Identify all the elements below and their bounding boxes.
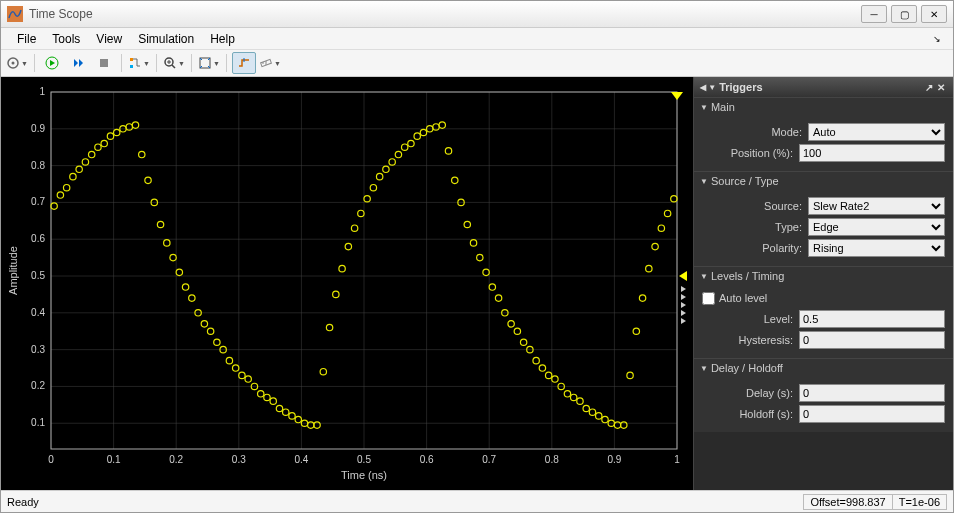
menubar: File Tools View Simulation Help ↘ bbox=[1, 28, 953, 50]
svg-text:0.9: 0.9 bbox=[607, 454, 621, 465]
svg-text:1: 1 bbox=[674, 454, 680, 465]
svg-text:0: 0 bbox=[48, 454, 54, 465]
svg-text:0.7: 0.7 bbox=[31, 197, 45, 208]
status-time: T=1e-06 bbox=[892, 494, 947, 510]
svg-text:0.2: 0.2 bbox=[31, 381, 45, 392]
stop-button[interactable] bbox=[92, 52, 116, 74]
svg-text:1: 1 bbox=[39, 86, 45, 97]
menu-simulation[interactable]: Simulation bbox=[130, 30, 202, 48]
time-scope-chart: 00.10.20.30.40.50.60.70.80.910.10.20.30.… bbox=[5, 83, 687, 484]
status-offset: Offset=998.837 bbox=[803, 494, 892, 510]
svg-text:0.2: 0.2 bbox=[169, 454, 183, 465]
measure-button[interactable]: ▼ bbox=[258, 52, 282, 74]
svg-text:0.5: 0.5 bbox=[31, 270, 45, 281]
window-title: Time Scope bbox=[29, 7, 861, 21]
hysteresis-input[interactable] bbox=[799, 331, 945, 349]
menu-help[interactable]: Help bbox=[202, 30, 243, 48]
triggers-panel: ◀ ▼ Triggers ↗ ✕ ▼Main Mode: Auto Positi… bbox=[693, 77, 953, 490]
svg-line-8 bbox=[172, 65, 175, 68]
section-levels-label: Levels / Timing bbox=[711, 270, 784, 282]
svg-text:0.6: 0.6 bbox=[31, 234, 45, 245]
section-levels-header[interactable]: ▼Levels / Timing bbox=[694, 267, 953, 285]
svg-rect-4 bbox=[100, 59, 108, 67]
autoscale-button[interactable]: ▼ bbox=[197, 52, 221, 74]
app-icon bbox=[7, 6, 23, 22]
settings-button[interactable]: ▼ bbox=[5, 52, 29, 74]
plot-area[interactable]: 00.10.20.30.40.50.60.70.80.910.10.20.30.… bbox=[1, 77, 693, 490]
level-label: Level: bbox=[702, 313, 799, 325]
position-input[interactable] bbox=[799, 144, 945, 162]
svg-text:0.7: 0.7 bbox=[482, 454, 496, 465]
svg-text:Amplitude: Amplitude bbox=[7, 246, 19, 295]
zoom-button[interactable]: ▼ bbox=[162, 52, 186, 74]
section-delay-label: Delay / Holdoff bbox=[711, 362, 783, 374]
svg-text:0.8: 0.8 bbox=[31, 160, 45, 171]
svg-text:Time (ns): Time (ns) bbox=[341, 469, 387, 481]
svg-text:0.6: 0.6 bbox=[420, 454, 434, 465]
holdoff-label: Holdoff (s): bbox=[702, 408, 799, 420]
section-delay-header[interactable]: ▼Delay / Holdoff bbox=[694, 359, 953, 377]
titlebar: Time Scope ─ ▢ ✕ bbox=[1, 1, 953, 28]
svg-text:0.3: 0.3 bbox=[232, 454, 246, 465]
menu-more-icon[interactable]: ↘ bbox=[929, 32, 945, 46]
svg-text:0.1: 0.1 bbox=[31, 418, 45, 429]
holdoff-input[interactable] bbox=[799, 405, 945, 423]
auto-level-checkbox[interactable] bbox=[702, 292, 715, 305]
level-input[interactable] bbox=[799, 310, 945, 328]
mode-select[interactable]: Auto bbox=[808, 123, 945, 141]
delay-label: Delay (s): bbox=[702, 387, 799, 399]
section-main-header[interactable]: ▼Main bbox=[694, 98, 953, 116]
menu-view[interactable]: View bbox=[88, 30, 130, 48]
menu-file[interactable]: File bbox=[9, 30, 44, 48]
type-label: Type: bbox=[702, 221, 808, 233]
polarity-select[interactable]: Rising bbox=[808, 239, 945, 257]
section-main-label: Main bbox=[711, 101, 735, 113]
section-source-label: Source / Type bbox=[711, 175, 779, 187]
statusbar: Ready Offset=998.837 T=1e-06 bbox=[1, 490, 953, 512]
panel-maximize-icon[interactable]: ↗ bbox=[923, 82, 935, 93]
svg-text:0.3: 0.3 bbox=[31, 344, 45, 355]
section-source-header[interactable]: ▼Source / Type bbox=[694, 172, 953, 190]
close-button[interactable]: ✕ bbox=[921, 5, 947, 23]
svg-text:0.8: 0.8 bbox=[545, 454, 559, 465]
panel-close-icon[interactable]: ✕ bbox=[935, 82, 947, 93]
delay-input[interactable] bbox=[799, 384, 945, 402]
mode-label: Mode: bbox=[702, 126, 808, 138]
svg-rect-6 bbox=[130, 65, 133, 68]
triggers-title: Triggers bbox=[719, 81, 762, 93]
svg-point-2 bbox=[12, 62, 15, 65]
svg-text:0.1: 0.1 bbox=[107, 454, 121, 465]
svg-text:0.5: 0.5 bbox=[357, 454, 371, 465]
run-button[interactable] bbox=[40, 52, 64, 74]
auto-level-label: Auto level bbox=[719, 292, 767, 304]
signal-button[interactable]: ▼ bbox=[127, 52, 151, 74]
toolbar: ▼ ▼ ▼ ▼ ▼ bbox=[1, 50, 953, 77]
polarity-label: Polarity: bbox=[702, 242, 808, 254]
svg-text:0.9: 0.9 bbox=[31, 123, 45, 134]
status-ready: Ready bbox=[7, 496, 39, 508]
source-select[interactable]: Slew Rate2 bbox=[808, 197, 945, 215]
step-forward-button[interactable] bbox=[66, 52, 90, 74]
hysteresis-label: Hysteresis: bbox=[702, 334, 799, 346]
minimize-button[interactable]: ─ bbox=[861, 5, 887, 23]
position-label: Position (%): bbox=[702, 147, 799, 159]
triggers-panel-header: ◀ ▼ Triggers ↗ ✕ bbox=[694, 77, 953, 97]
maximize-button[interactable]: ▢ bbox=[891, 5, 917, 23]
type-select[interactable]: Edge bbox=[808, 218, 945, 236]
svg-text:0.4: 0.4 bbox=[31, 307, 45, 318]
svg-text:0.4: 0.4 bbox=[294, 454, 308, 465]
trigger-button[interactable] bbox=[232, 52, 256, 74]
svg-rect-5 bbox=[130, 58, 133, 61]
menu-tools[interactable]: Tools bbox=[44, 30, 88, 48]
source-label: Source: bbox=[702, 200, 808, 212]
